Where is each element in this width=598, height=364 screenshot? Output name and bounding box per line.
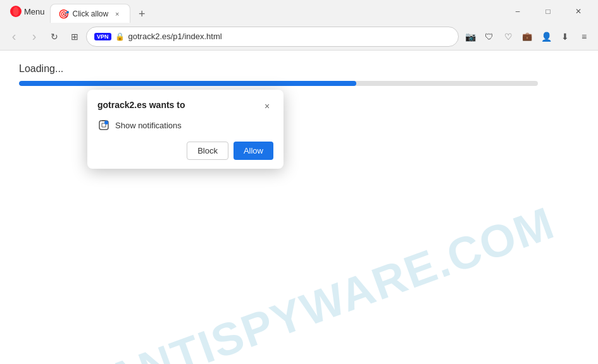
minimize-button[interactable]: – bbox=[503, 3, 532, 20]
popup-notification-row: Show notifications bbox=[97, 119, 273, 131]
shield-button[interactable]: 🛡 bbox=[480, 28, 498, 46]
page-content: Loading... MYANTISPYWARE.COM gotrack2.es… bbox=[0, 51, 598, 364]
opera-logo-icon bbox=[10, 6, 22, 17]
browser-menu-icon: ≡ bbox=[582, 32, 587, 42]
download-icon: ⬇ bbox=[561, 32, 569, 42]
tab-close-button[interactable]: × bbox=[112, 9, 122, 19]
loading-text: Loading... bbox=[19, 63, 579, 75]
shield-icon: 🛡 bbox=[485, 32, 494, 42]
tabs-area: 🎯 Click allow × + bbox=[50, 0, 503, 23]
person-button[interactable]: 👤 bbox=[537, 28, 555, 46]
browser-window: Menu 🎯 Click allow × + – □ ✕ ‹ › ↻ bbox=[0, 0, 598, 364]
popup-description: Show notifications bbox=[115, 121, 182, 130]
svg-point-1 bbox=[13, 7, 19, 16]
address-bar[interactable]: VPN 🔒 gotrack2.es/p1/index.html bbox=[86, 27, 459, 47]
menu-label: Menu bbox=[24, 7, 45, 16]
heart-icon: ♡ bbox=[504, 32, 513, 42]
progress-bar-fill bbox=[19, 81, 356, 86]
person-icon: 👤 bbox=[541, 32, 552, 42]
notification-popup: gotrack2.es wants to × Show notification… bbox=[87, 90, 283, 169]
tab-strip-icon: ⊞ bbox=[71, 32, 78, 42]
reload-icon: ↻ bbox=[51, 32, 58, 42]
bell-svg bbox=[98, 119, 109, 131]
toolbar: ‹ › ↻ ⊞ VPN 🔒 gotrack2.es/p1/index.html … bbox=[0, 23, 598, 51]
notification-bell-icon bbox=[97, 119, 110, 131]
lock-icon: 🔒 bbox=[115, 32, 125, 41]
vpn-badge: VPN bbox=[94, 33, 111, 40]
window-controls: – □ ✕ bbox=[503, 3, 593, 20]
tab-title: Click allow bbox=[73, 9, 109, 18]
toolbar-icons: 📷 🛡 ♡ 💼 👤 ⬇ ≡ bbox=[461, 28, 593, 46]
wallet-button[interactable]: 💼 bbox=[518, 28, 536, 46]
back-arrow-icon: ‹ bbox=[12, 29, 16, 44]
tab-favicon: 🎯 bbox=[58, 9, 69, 19]
watermark-text: MYANTISPYWARE.COM bbox=[37, 197, 561, 364]
forward-button[interactable]: › bbox=[25, 28, 43, 46]
popup-actions: Block Allow bbox=[97, 142, 273, 160]
maximize-button[interactable]: □ bbox=[533, 3, 563, 20]
new-tab-button[interactable]: + bbox=[133, 5, 151, 23]
address-text: gotrack2.es/p1/index.html bbox=[128, 32, 451, 41]
camera-icon: 📷 bbox=[465, 32, 476, 42]
close-button[interactable]: ✕ bbox=[564, 3, 593, 20]
reload-button[interactable]: ↻ bbox=[46, 28, 63, 46]
back-button[interactable]: ‹ bbox=[5, 28, 23, 46]
svg-point-4 bbox=[104, 121, 108, 124]
popup-close-button[interactable]: × bbox=[261, 100, 273, 112]
block-button[interactable]: Block bbox=[187, 142, 228, 160]
watermark: MYANTISPYWARE.COM bbox=[0, 287, 598, 339]
popup-header: gotrack2.es wants to × bbox=[97, 100, 273, 112]
popup-title: gotrack2.es wants to bbox=[97, 100, 185, 110]
browser-menu-button[interactable]: ≡ bbox=[575, 28, 593, 46]
title-bar: Menu 🎯 Click allow × + – □ ✕ bbox=[0, 0, 598, 23]
camera-button[interactable]: 📷 bbox=[461, 28, 479, 46]
wallet-icon: 💼 bbox=[522, 32, 532, 41]
forward-arrow-icon: › bbox=[32, 29, 37, 44]
progress-bar-container bbox=[19, 81, 538, 86]
tab-strip-button[interactable]: ⊞ bbox=[66, 28, 84, 46]
active-tab[interactable]: 🎯 Click allow × bbox=[50, 4, 131, 23]
opera-menu-button[interactable]: Menu bbox=[5, 3, 50, 20]
allow-button[interactable]: Allow bbox=[234, 142, 273, 160]
heart-button[interactable]: ♡ bbox=[499, 28, 517, 46]
download-button[interactable]: ⬇ bbox=[556, 28, 574, 46]
